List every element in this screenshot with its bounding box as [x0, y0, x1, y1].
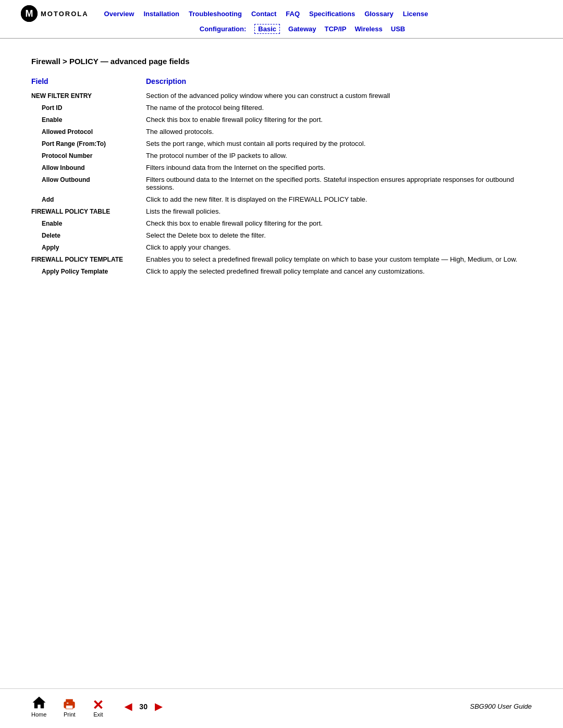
config-usb-link[interactable]: USB [391, 25, 405, 33]
field-name-cell: Apply [31, 241, 146, 253]
main-nav: Overview Installation Troubleshooting Co… [104, 10, 429, 18]
field-name-cell: FIREWALL POLICY Table [31, 205, 146, 217]
col-field-header: Field [31, 75, 146, 90]
table-row: NEW FILTER ENTRYSection of the advanced … [31, 90, 532, 102]
fields-table: Field Description NEW FILTER ENTRYSectio… [31, 75, 532, 277]
motorola-logo: M MOTOROLA [21, 5, 89, 22]
motorola-logo-icon: M [21, 5, 38, 22]
main-content: Firewall > POLICY — advanced page fields… [0, 39, 563, 288]
prev-page-button[interactable]: ◀ [125, 701, 132, 712]
dot [31, 49, 532, 54]
table-row: EnableCheck this box to enable firewall … [31, 114, 532, 126]
footer-icons: Home Print ✕ Exit [31, 695, 104, 718]
nav-glossary[interactable]: Glossary [364, 10, 394, 18]
config-wireless-link[interactable]: Wireless [354, 25, 382, 33]
table-row: EnableCheck this box to enable firewall … [31, 217, 532, 229]
header: M MOTOROLA Overview Installation Trouble… [0, 0, 563, 39]
field-name: NEW FILTER ENTRY [31, 92, 92, 100]
field-name-cell: FIREWALL POLICY TEMPLATE [31, 253, 146, 265]
exit-icon: ✕ [92, 698, 104, 710]
table-row: DeleteSelect the Delete box to delete th… [31, 229, 532, 241]
home-icon [32, 695, 46, 710]
svg-rect-6 [67, 702, 68, 704]
field-name-cell: NEW FILTER ENTRY [31, 90, 146, 102]
description-cell: Enables you to select a predefined firew… [146, 253, 532, 265]
field-name: FIREWALL POLICY Table [31, 208, 110, 215]
table-row: Port IDThe name of the protocol being fi… [31, 102, 532, 114]
logo-area: M MOTOROLA [21, 5, 89, 22]
field-name: Delete [31, 232, 60, 239]
description-cell: The allowed protocols. [146, 126, 532, 138]
svg-marker-2 [33, 697, 45, 708]
table-row: Protocol NumberThe protocol number of th… [31, 150, 532, 162]
table-row: Allowed ProtocolThe allowed protocols. [31, 126, 532, 138]
field-name: Allow Outbound [31, 176, 90, 183]
table-row: AddClick to add the new filter. It is di… [31, 193, 532, 205]
description-cell: Check this box to enable firewall policy… [146, 217, 532, 229]
nav-license[interactable]: License [403, 10, 428, 18]
page-title: Firewall > POLICY — advanced page fields [31, 57, 532, 66]
description-cell: Filters inbound data from the Internet o… [146, 162, 532, 174]
table-row: Apply Policy TemplateClick to apply the … [31, 265, 532, 277]
field-name: Port Range (From:To) [31, 140, 106, 147]
print-label: Print [64, 711, 76, 718]
field-name-cell: Apply Policy Template [31, 265, 146, 277]
table-row: FIREWALL POLICY TableLists the firewall … [31, 205, 532, 217]
field-name-cell: Delete [31, 229, 146, 241]
print-icon [62, 698, 77, 710]
description-cell: Click to add the new filter. It is displ… [146, 193, 532, 205]
nav-overview[interactable]: Overview [104, 10, 134, 18]
field-name: Enable [31, 116, 62, 124]
nav-faq[interactable]: FAQ [286, 10, 300, 18]
table-row: ApplyClick to apply your changes. [31, 241, 532, 253]
field-name-cell: Protocol Number [31, 150, 146, 162]
config-gateway-link[interactable]: Gateway [288, 25, 316, 33]
description-cell: Filters outbound data to the Internet on… [146, 174, 532, 193]
config-basic-link[interactable]: Basic [254, 24, 280, 34]
table-row: FIREWALL POLICY TEMPLATEEnables you to s… [31, 253, 532, 265]
nav-installation[interactable]: Installation [143, 10, 179, 18]
field-name: Add [31, 196, 54, 203]
description-cell: Select the Delete box to delete the filt… [146, 229, 532, 241]
svg-text:M: M [26, 8, 33, 19]
home-button[interactable]: Home [31, 695, 46, 718]
description-cell: Check this box to enable firewall policy… [146, 114, 532, 126]
description-cell: Lists the firewall policies. [146, 205, 532, 217]
field-name-cell: Add [31, 193, 146, 205]
table-row: Allow OutboundFilters outbound data to t… [31, 174, 532, 193]
next-page-button[interactable]: ▶ [155, 701, 162, 712]
exit-button[interactable]: ✕ Exit [92, 698, 104, 718]
config-tcpip-link[interactable]: TCP/IP [325, 25, 347, 33]
footer: Home Print ✕ Exit ◀ 30 ▶ SBG900 User Gui… [0, 688, 563, 718]
field-name-cell: Port Range (From:To) [31, 138, 146, 150]
nav-troubleshooting[interactable]: Troubleshooting [189, 10, 242, 18]
field-name-cell: Enable [31, 217, 146, 229]
page-number: 30 [139, 702, 148, 711]
config-nav: Configuration: Basic Gateway TCP/IP Wire… [21, 24, 542, 34]
field-name: Protocol Number [31, 152, 92, 159]
nav-specifications[interactable]: Specifications [309, 10, 355, 18]
description-cell: Sets the port range, which must contain … [146, 138, 532, 150]
nav-contact[interactable]: Contact [251, 10, 276, 18]
field-name: Apply Policy Template [31, 268, 108, 275]
description-cell: The protocol number of the IP packets to… [146, 150, 532, 162]
field-name: Allowed Protocol [31, 128, 93, 135]
field-name: FIREWALL POLICY TEMPLATE [31, 256, 123, 263]
description-cell: Click to apply the selected predefined f… [146, 265, 532, 277]
svg-rect-4 [66, 699, 74, 703]
field-name: Allow Inbound [31, 164, 85, 171]
description-cell: Section of the advanced policy window wh… [146, 90, 532, 102]
description-cell: Click to apply your changes. [146, 241, 532, 253]
field-name: Enable [31, 220, 62, 227]
field-name-cell: Allowed Protocol [31, 126, 146, 138]
guide-text: SBG900 User Guide [470, 702, 532, 710]
field-name-cell: Allow Outbound [31, 174, 146, 193]
description-cell: The name of the protocol being filtered. [146, 102, 532, 114]
field-name-cell: Enable [31, 114, 146, 126]
svg-rect-5 [66, 706, 74, 709]
page-nav: ◀ 30 ▶ [125, 701, 162, 712]
field-name: Port ID [31, 104, 62, 112]
print-button[interactable]: Print [62, 698, 77, 718]
field-name-cell: Allow Inbound [31, 162, 146, 174]
table-row: Port Range (From:To)Sets the port range,… [31, 138, 532, 150]
